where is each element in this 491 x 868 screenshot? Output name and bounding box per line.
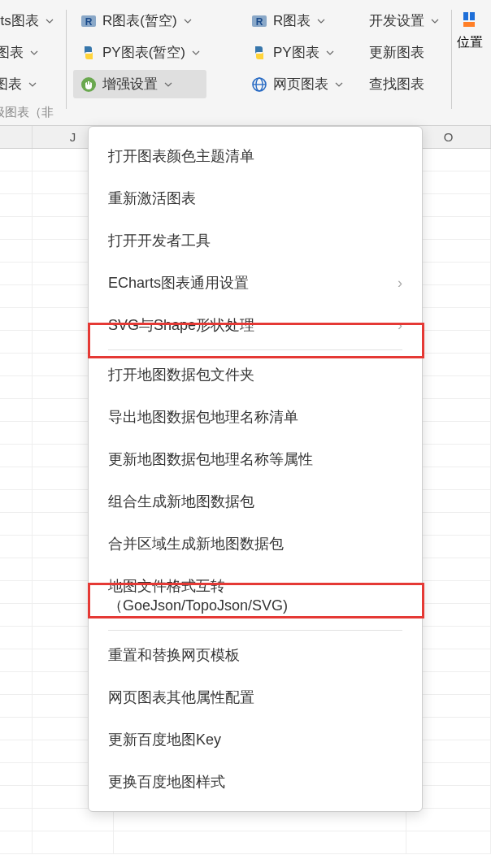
menu-reset-web-template[interactable]: 重置和替换网页模板 [89,634,422,676]
chevron-down-icon [184,17,192,25]
ribbon-label: R图表 [273,11,311,30]
chevron-down-icon [317,17,325,25]
ribbon-group-1: harts图表 ga图表 地图表 高级图表（非 [0,7,67,125]
ribbon-group-3: R R图表 PY图表 网页图表 [237,7,356,125]
chevron-right-icon: › [398,275,402,292]
ribbon-btn-update-chart[interactable]: 更新图表 [363,38,445,67]
svg-rect-9 [470,12,475,20]
r-icon: R [80,12,98,30]
menu-open-map-folder[interactable]: 打开地图数据包文件夹 [89,354,422,396]
ribbon-label: PY图表 [273,43,319,62]
ribbon-btn-r-empty[interactable]: R R图表(暂空) [73,7,206,35]
ribbon-label: PY图表(暂空) [102,43,185,62]
python-icon [80,44,98,62]
ribbon-label: 位置 [457,34,483,51]
ribbon-btn-py[interactable]: PY图表 [244,38,350,67]
svg-text:R: R [256,16,263,28]
menu-change-baidu-style[interactable]: 更换百度地图样式 [89,761,422,803]
ribbon-label: 更新图表 [369,43,424,62]
ribbon-label: 查找图表 [369,75,424,93]
ribbon-group-2: R R图表(暂空) PY图表(暂空) 增强设置 [67,7,213,125]
menu-echarts-settings[interactable]: ECharts图表通用设置› [89,262,422,304]
ribbon-right-stub: 位置 [452,7,488,125]
ribbon-btn-enhance-settings[interactable]: 增强设置 [73,70,206,98]
ribbon-btn-py-empty[interactable]: PY图表(暂空) [73,38,206,67]
ribbon-btn-dev-settings[interactable]: 开发设置 [363,7,445,35]
ribbon-btn-harts[interactable]: harts图表 [0,7,60,35]
menu-update-baidu-key[interactable]: 更新百度地图Key [89,718,422,761]
globe-icon [250,76,268,93]
ribbon-btn-ga[interactable]: ga图表 [0,38,60,67]
chevron-down-icon [431,17,439,25]
menu-separator [108,349,402,350]
ribbon-label: 网页图表 [273,75,328,93]
ribbon-toolbar: harts图表 ga图表 地图表 高级图表（非 R R图表(暂空) PY图表(暂… [0,0,491,126]
ribbon-btn-r[interactable]: R R图表 [244,7,350,35]
python-icon [250,44,268,62]
chevron-down-icon [335,80,343,89]
ribbon-label: 开发设置 [369,11,424,30]
chevron-down-icon [192,49,200,57]
chevron-down-icon [326,49,334,57]
r-icon: R [250,12,268,30]
svg-rect-10 [463,22,475,27]
menu-web-chart-props[interactable]: 网页图表其他属性配置 [89,676,422,718]
col-header-blank[interactable] [0,126,33,148]
chevron-down-icon [46,17,54,25]
ribbon-btn-find-chart[interactable]: 查找图表 [363,70,445,98]
chevron-down-icon [28,80,37,89]
ribbon-group-4: 开发设置 更新图表 查找图表 [356,7,452,125]
position-icon [459,10,480,31]
ribbon-btn-web[interactable]: 网页图表 [244,70,350,98]
menu-reactivate-chart[interactable]: 重新激活图表 [89,177,422,219]
menu-map-format-convert[interactable]: 地图文件格式互转（GoeJson/TopoJson/SVG) [89,565,422,627]
fist-icon [80,76,98,93]
ribbon-label: 增强设置 [102,75,158,93]
ribbon-label: R图表(暂空) [102,11,177,30]
ribbon-label: 地图表 [0,75,22,93]
chevron-down-icon [30,49,38,57]
menu-separator [108,630,402,631]
chevron-down-icon [164,80,172,89]
menu-export-map-names[interactable]: 导出地图数据包地理名称清单 [89,396,422,438]
ribbon-label: harts图表 [0,11,39,30]
menu-update-map-props[interactable]: 更新地图数据包地理名称等属性 [89,438,422,480]
menu-open-color-theme[interactable]: 打开图表颜色主题清单 [89,135,422,177]
menu-open-dev-tools[interactable]: 打开开发者工具 [89,219,422,262]
menu-merge-region-map[interactable]: 合并区域生成新地图数据包 [89,523,422,565]
chevron-right-icon: › [398,317,402,334]
menu-combine-map[interactable]: 组合生成新地图数据包 [89,480,422,523]
ribbon-label: ga图表 [0,43,24,62]
ribbon-group-label: 高级图表（非 [0,102,60,122]
svg-rect-8 [463,12,468,20]
menu-svg-shape[interactable]: SVG与Shape形状处理› [89,304,422,346]
ribbon-btn-map[interactable]: 地图表 [0,70,60,98]
svg-text:R: R [85,16,93,28]
enhance-settings-menu: 打开图表颜色主题清单 重新激活图表 打开开发者工具 ECharts图表通用设置›… [88,126,423,812]
